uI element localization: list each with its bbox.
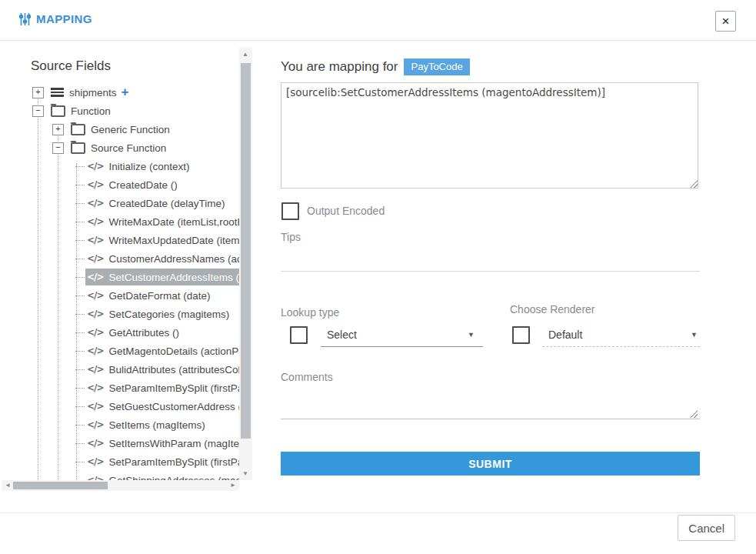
scroll-left-icon[interactable] bbox=[5, 482, 11, 489]
tree-node-label: SetItems (magItems) bbox=[109, 419, 205, 431]
dialog-header: MAPPING × bbox=[0, 0, 756, 41]
tree-node-label: GetMagentoDetails (actionPa bbox=[109, 345, 240, 357]
scroll-down-icon[interactable] bbox=[242, 471, 248, 477]
tree-item: + shipments + bbox=[2, 83, 239, 102]
tree-item: </> SetGuestCustomerAddress ( bbox=[2, 397, 239, 416]
tree-node[interactable]: </> CreatedDate (delayTime) bbox=[85, 195, 239, 212]
tree-node-icon: </> bbox=[87, 161, 104, 172]
tree-node-icon bbox=[71, 142, 85, 154]
tree-connector bbox=[75, 406, 85, 407]
tree-node[interactable]: </> SetGuestCustomerAddress ( bbox=[85, 398, 239, 415]
tree-node-icon: </> bbox=[87, 327, 104, 338]
tree-node-icon bbox=[51, 105, 65, 117]
tree-node[interactable]: </> CreatedDate () bbox=[85, 176, 239, 193]
tips-input-underline[interactable] bbox=[281, 271, 700, 272]
tree-item: </> GetMagentoDetails (actionPa bbox=[2, 342, 239, 360]
tree-item: </> GetShippingAddresses (mag bbox=[2, 471, 239, 480]
tree-toggle-icon[interactable]: − bbox=[52, 142, 64, 154]
tree-node[interactable]: </> SetItems (magItems) bbox=[85, 416, 239, 433]
tree-node-label: Initialize (context) bbox=[109, 161, 190, 172]
mapping-heading-text: You are mapping for bbox=[281, 59, 398, 75]
tree-item: </> CreatedDate (delayTime) bbox=[2, 194, 239, 212]
lookup-type-checkbox[interactable] bbox=[290, 326, 308, 344]
tree-connector bbox=[75, 259, 85, 259]
tree-node-label: SetCategories (magitems) bbox=[109, 309, 230, 320]
tree-item: </> CreatedDate () bbox=[2, 175, 239, 194]
footer-divider bbox=[0, 512, 756, 513]
tree-node[interactable]: shipments + bbox=[49, 84, 239, 101]
comments-label: Comments bbox=[281, 371, 333, 383]
tree-node-icon: </> bbox=[87, 235, 104, 245]
tree-node-icon: </> bbox=[87, 345, 104, 356]
vertical-scroll-thumb[interactable] bbox=[241, 63, 251, 439]
tree-node-icon: </> bbox=[87, 272, 104, 282]
tree-item: </> SetParamItemBySplit (firstPa bbox=[2, 379, 239, 397]
tree-horizontal-scrollbar[interactable] bbox=[2, 480, 239, 491]
tree-node[interactable]: </> WriteMaxUpdatedDate (itemL bbox=[85, 232, 239, 249]
tree-node-label: Function bbox=[71, 105, 111, 117]
tree-connector bbox=[75, 369, 85, 370]
tree-node[interactable]: </> SetItemsWithParam (magIter bbox=[85, 435, 239, 452]
source-tree: + shipments + − Function + Generic Funct… bbox=[2, 83, 239, 480]
renderer-select[interactable]: Default bbox=[548, 329, 582, 341]
chevron-down-icon[interactable] bbox=[468, 331, 475, 339]
tree-node-label: Generic Function bbox=[91, 124, 170, 135]
tree-toggle-icon[interactable]: − bbox=[32, 105, 44, 117]
tree-toggle-icon[interactable]: + bbox=[52, 124, 64, 135]
chevron-down-icon[interactable] bbox=[691, 331, 698, 339]
tree-node[interactable]: </> BulidAttributes (attributesColl bbox=[85, 361, 239, 378]
expression-textarea[interactable]: [sourcelib:SetCustomerAddressItems (mage… bbox=[281, 82, 698, 189]
horizontal-scroll-thumb[interactable] bbox=[13, 482, 108, 489]
tree-item: </> BulidAttributes (attributesColl bbox=[2, 360, 239, 379]
renderer-select-underline bbox=[542, 346, 700, 347]
submit-button[interactable]: SUBMIT bbox=[281, 452, 700, 476]
tree-node-icon: </> bbox=[87, 179, 104, 190]
add-icon[interactable]: + bbox=[122, 87, 129, 98]
tree-node-icon: </> bbox=[87, 419, 104, 430]
tree-node-icon: </> bbox=[87, 438, 104, 449]
tree-node[interactable]: </> CustomerAddressNames (ad bbox=[85, 250, 239, 267]
mapping-heading: You are mapping for PayToCode bbox=[281, 58, 470, 75]
scroll-up-icon[interactable] bbox=[242, 52, 248, 58]
tree-node[interactable]: </> GetDateFormat (date) bbox=[85, 287, 239, 304]
tree-node[interactable]: </> SetParamItemBySplit (firstPa bbox=[85, 453, 239, 470]
tree-item: </> GetAttributes () bbox=[2, 323, 239, 342]
tree-item: </> GetDateFormat (date) bbox=[2, 286, 239, 305]
lookup-type-select[interactable]: Select bbox=[327, 329, 357, 341]
tree-node[interactable]: </> SetParamItemBySplit (firstPa bbox=[85, 379, 239, 396]
tree-node-icon: </> bbox=[87, 456, 104, 467]
tree-node[interactable]: </> GetMagentoDetails (actionPa bbox=[85, 342, 239, 359]
source-fields-title: Source Fields bbox=[31, 58, 239, 74]
scroll-right-icon[interactable] bbox=[230, 482, 236, 489]
tree-item: + Generic Function bbox=[2, 120, 239, 138]
dialog-title: MAPPING bbox=[19, 12, 92, 25]
output-encoded-checkbox[interactable] bbox=[281, 202, 299, 220]
tree-node[interactable]: </> GetShippingAddresses (mag bbox=[85, 472, 239, 480]
choose-renderer-label: Choose Renderer bbox=[510, 303, 595, 315]
comments-textarea[interactable] bbox=[281, 385, 700, 419]
tree-node-icon bbox=[71, 124, 85, 135]
tree-node[interactable]: </> WriteMaxDate (itemList,rootE bbox=[85, 213, 239, 230]
tree-node[interactable]: </> SetCustomerAddressItems (r bbox=[85, 269, 239, 285]
sliders-icon bbox=[19, 13, 31, 25]
tree-node[interactable]: </> SetCategories (magitems) bbox=[85, 305, 239, 322]
cancel-button[interactable]: Cancel bbox=[678, 515, 735, 541]
tree-node[interactable]: Function bbox=[49, 102, 239, 119]
tree-vertical-scrollbar[interactable] bbox=[239, 48, 252, 480]
tree-node-label: WriteMaxDate (itemList,rootE bbox=[109, 216, 240, 228]
tree-node-label: SetParamItemBySplit (firstPa bbox=[109, 382, 240, 394]
tree-item: </> SetItems (magItems) bbox=[2, 416, 239, 434]
tree-toggle-icon[interactable]: + bbox=[32, 87, 44, 98]
close-icon[interactable]: × bbox=[715, 11, 736, 32]
renderer-checkbox[interactable] bbox=[512, 326, 530, 344]
tree-node[interactable]: Source Function bbox=[69, 139, 239, 156]
tree-node[interactable]: Generic Function bbox=[69, 121, 239, 138]
tree-node-label: CustomerAddressNames (ad bbox=[109, 253, 240, 265]
tree-item: </> SetItemsWithParam (magIter bbox=[2, 434, 239, 452]
tips-label: Tips bbox=[281, 231, 301, 243]
tree-connector bbox=[75, 277, 85, 278]
tree-node[interactable]: </> GetAttributes () bbox=[85, 324, 239, 341]
output-encoded-label: Output Encoded bbox=[307, 205, 385, 217]
tree-node-icon: </> bbox=[87, 253, 104, 264]
tree-node[interactable]: </> Initialize (context) bbox=[85, 158, 239, 175]
